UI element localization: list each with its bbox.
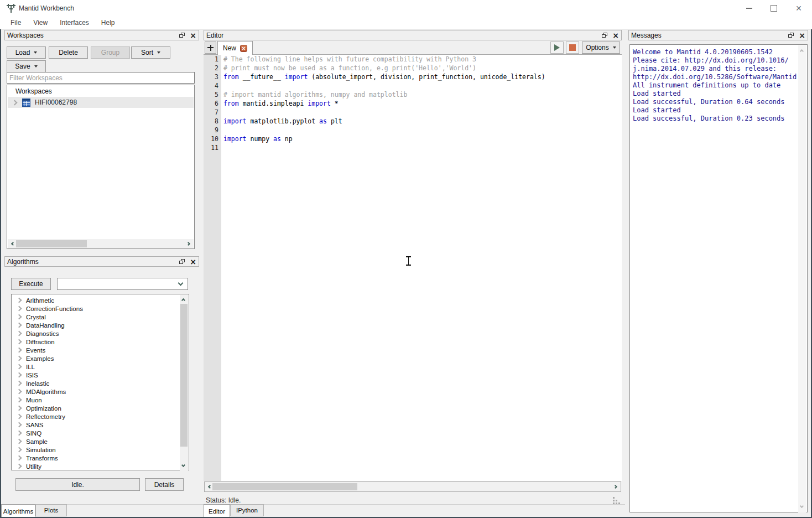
algorithm-category-mdalgorithms[interactable]: MDAlgorithms [12, 387, 178, 396]
code-line[interactable]: from mantid.simpleapi import * [223, 99, 620, 108]
code-line[interactable]: # print must now be used as a function, … [223, 64, 620, 72]
algorithm-category-diagnostics[interactable]: Diagnostics [12, 329, 178, 338]
algorithm-category-utility[interactable]: Utility [12, 462, 178, 470]
editor-tab-new[interactable]: New × [217, 41, 253, 55]
menu-file[interactable]: File [4, 17, 27, 29]
algorithm-category-diffraction[interactable]: Diffraction [12, 338, 178, 346]
code-line[interactable]: import matplotlib.pyplot as plt [223, 117, 620, 126]
maximize-button[interactable] [762, 0, 786, 17]
algorithm-category-sample[interactable]: Sample [12, 437, 178, 446]
algorithm-category-arithmetic[interactable]: Arithmetic [12, 296, 178, 304]
algorithm-category-sinq[interactable]: SINQ [12, 429, 178, 437]
expand-chevron-icon[interactable] [17, 331, 22, 336]
scrollbar-thumb[interactable] [16, 240, 87, 247]
workspaces-tree[interactable]: Workspaces HIFI00062798 [7, 85, 195, 249]
float-panel-icon[interactable] [179, 33, 185, 38]
tree-root-label[interactable]: Workspaces [15, 87, 52, 95]
scroll-right-icon[interactable] [186, 242, 190, 246]
expand-chevron-icon[interactable] [17, 389, 22, 395]
chevron-down-icon[interactable] [178, 281, 184, 286]
expand-chevron-icon[interactable] [17, 306, 22, 312]
expand-chevron-icon[interactable] [17, 381, 22, 386]
code-line[interactable]: import numpy as np [223, 134, 620, 143]
expand-chevron-icon[interactable] [17, 447, 22, 453]
expand-chevron-icon[interactable] [17, 372, 22, 378]
code-line[interactable]: from __future__ import (absolute_import,… [223, 72, 620, 81]
scroll-down-icon[interactable] [181, 463, 185, 467]
code-editor-area[interactable]: 1234567891011 # The following line helps… [204, 55, 622, 481]
expand-chevron-icon[interactable] [17, 364, 22, 370]
algorithm-category-datahandling[interactable]: DataHandling [12, 321, 178, 329]
tab-plots[interactable]: Plots [35, 504, 67, 516]
messages-vscrollbar[interactable] [798, 45, 806, 512]
new-tab-button[interactable] [205, 42, 216, 54]
algorithm-category-events[interactable]: Events [12, 346, 178, 354]
run-script-button[interactable] [550, 42, 564, 54]
minimize-button[interactable] [737, 0, 761, 17]
expand-chevron-icon[interactable] [17, 455, 22, 461]
scroll-up-icon[interactable] [181, 298, 185, 302]
close-panel-icon[interactable]: × [799, 32, 805, 39]
menu-interfaces[interactable]: Interfaces [54, 17, 95, 29]
scroll-down-icon[interactable] [800, 504, 804, 508]
algorithm-category-correctionfunctions[interactable]: CorrectionFunctions [12, 304, 178, 313]
close-panel-icon[interactable]: × [612, 32, 619, 39]
code-line[interactable] [223, 108, 620, 117]
code-line[interactable] [223, 126, 620, 134]
expand-chevron-icon[interactable] [17, 439, 22, 444]
menu-view[interactable]: View [27, 17, 54, 29]
code-line[interactable] [223, 81, 620, 90]
expand-chevron-icon[interactable] [17, 298, 22, 303]
algorithm-category-ill[interactable]: ILL [12, 362, 178, 371]
scroll-left-icon[interactable] [208, 485, 212, 489]
algorithm-category-sans[interactable]: SANS [12, 421, 178, 429]
close-window-button[interactable]: × [787, 0, 811, 17]
tab-editor[interactable]: Editor [204, 504, 230, 518]
expand-chevron-icon[interactable] [12, 100, 18, 105]
algorithms-vscrollbar[interactable] [180, 295, 188, 470]
save-button[interactable]: Save [7, 60, 46, 72]
delete-button[interactable]: Delete [49, 46, 88, 59]
expand-chevron-icon[interactable] [17, 339, 22, 345]
expand-chevron-icon[interactable] [17, 348, 22, 353]
execute-button[interactable]: Execute [11, 278, 51, 290]
algorithm-category-crystal[interactable]: Crystal [12, 313, 178, 321]
algorithm-category-muon[interactable]: Muon [12, 396, 178, 404]
code-lines[interactable]: # The following line helps with future c… [223, 55, 620, 152]
float-panel-icon[interactable] [788, 33, 794, 38]
load-button[interactable]: Load [7, 46, 46, 59]
algorithm-category-reflectometry[interactable]: Reflectometry [12, 412, 178, 421]
code-line[interactable]: # import mantid algorithms, numpy and ma… [223, 90, 620, 99]
scroll-up-icon[interactable] [800, 49, 804, 53]
expand-chevron-icon[interactable] [17, 323, 22, 328]
filter-workspaces-input[interactable] [7, 72, 195, 84]
algorithm-category-simulation[interactable]: Simulation [12, 446, 178, 454]
scrollbar-thumb[interactable] [212, 483, 357, 490]
algorithm-category-examples[interactable]: Examples [12, 354, 178, 362]
algorithm-tree[interactable]: ArithmeticCorrectionFunctionsCrystalData… [11, 294, 189, 470]
expand-chevron-icon[interactable] [17, 422, 22, 428]
expand-chevron-icon[interactable] [17, 431, 22, 436]
tab-algorithms[interactable]: Algorithms [1, 504, 35, 518]
float-panel-icon[interactable] [602, 33, 607, 38]
tab-ipython[interactable]: IPython [230, 504, 264, 516]
abort-script-button[interactable] [566, 42, 579, 54]
expand-chevron-icon[interactable] [17, 464, 22, 469]
close-tab-icon[interactable]: × [240, 45, 247, 52]
resize-grip[interactable] [613, 497, 615, 499]
group-button[interactable]: Group [91, 46, 130, 59]
messages-log[interactable]: Welcome to Mantid 4.0.20190605.1542Pleas… [629, 44, 808, 512]
details-button[interactable]: Details [145, 478, 184, 491]
close-panel-icon[interactable]: × [190, 258, 196, 266]
algorithm-category-transforms[interactable]: Transforms [12, 454, 178, 462]
algorithm-search-combobox[interactable] [57, 278, 188, 290]
algorithm-category-isis[interactable]: ISIS [12, 371, 178, 379]
scroll-left-icon[interactable] [11, 242, 15, 246]
expand-chevron-icon[interactable] [17, 406, 22, 411]
algorithm-category-optimization[interactable]: Optimization [12, 404, 178, 412]
options-button[interactable]: Options [582, 42, 620, 54]
menu-help[interactable]: Help [95, 17, 121, 29]
workspace-row-hifi00062798[interactable]: HIFI00062798 [8, 97, 194, 108]
editor-hscrollbar[interactable] [204, 481, 621, 492]
algorithm-category-inelastic[interactable]: Inelastic [12, 379, 178, 387]
